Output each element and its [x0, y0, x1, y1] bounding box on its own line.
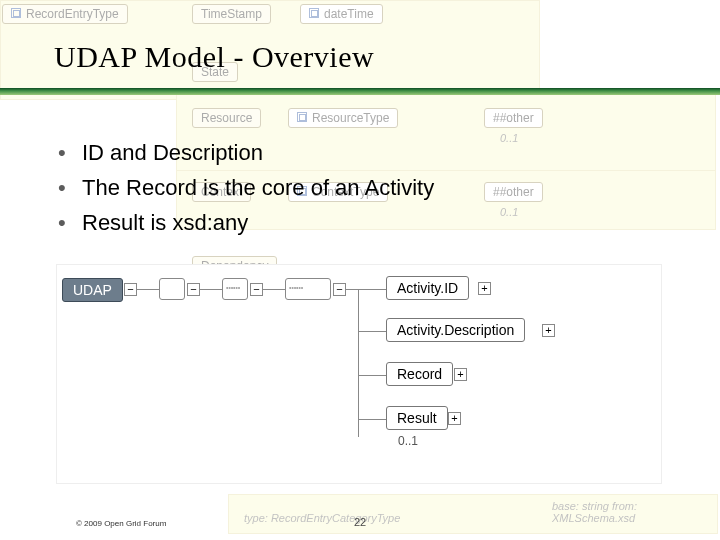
cardinality: 0..1: [398, 434, 418, 448]
node-record: Record: [386, 362, 453, 386]
page-number: 22: [354, 516, 366, 528]
sequence-icon: [159, 278, 185, 300]
sequence-icon: [285, 278, 331, 300]
bullet-item: The Record is the core of an Activity: [58, 170, 434, 205]
expander-icon: +: [478, 282, 491, 295]
bullet-item: ID and Description: [58, 135, 434, 170]
bullet-list: ID and Description The Record is the cor…: [58, 135, 434, 241]
node-activity-id: Activity.ID: [386, 276, 469, 300]
expander-icon: −: [187, 283, 200, 296]
expander-icon: −: [333, 283, 346, 296]
node-activity-description: Activity.Description: [386, 318, 525, 342]
title-rule: [0, 88, 720, 95]
bullet-item: Result is xsd:any: [58, 205, 434, 240]
expander-icon: −: [124, 283, 137, 296]
slide: UDAP Model - Overview ID and Description…: [0, 0, 720, 540]
node-result: Result: [386, 406, 448, 430]
page-title: UDAP Model - Overview: [54, 40, 690, 74]
expander-icon: +: [542, 324, 555, 337]
expander-icon: +: [454, 368, 467, 381]
choice-icon: [222, 278, 248, 300]
copyright: © 2009 Open Grid Forum: [76, 519, 166, 528]
expander-icon: +: [448, 412, 461, 425]
expander-icon: −: [250, 283, 263, 296]
node-udap: UDAP: [62, 278, 123, 302]
